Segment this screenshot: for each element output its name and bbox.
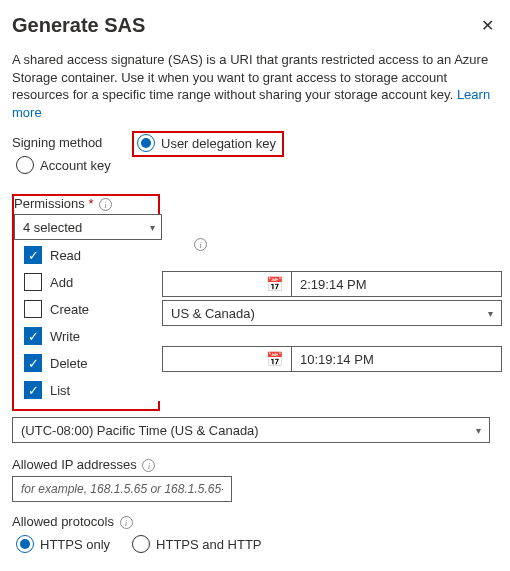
- permissions-select[interactable]: 4 selected ▾: [14, 214, 162, 240]
- required-asterisk: *: [88, 196, 93, 211]
- permission-option-list[interactable]: ✓ List: [14, 381, 162, 399]
- signing-account-key-radio[interactable]: Account key: [12, 154, 115, 176]
- end-timezone-value: (UTC-08:00) Pacific Time (US & Canada): [21, 423, 259, 438]
- description: A shared access signature (SAS) is a URI…: [12, 51, 498, 121]
- info-icon[interactable]: i: [142, 459, 155, 472]
- chevron-down-icon: ▾: [488, 308, 493, 319]
- chevron-down-icon: ▾: [150, 222, 155, 233]
- signing-account-key-label: Account key: [40, 158, 111, 173]
- permissions-dropdown: ✓ Read Add Create ✓ Write ✓ Delete ✓ Lis: [14, 240, 162, 401]
- permission-option-label: Delete: [50, 356, 88, 371]
- start-timezone-value: US & Canada): [171, 306, 255, 321]
- protocol-https-and-http-label: HTTPS and HTTP: [156, 537, 261, 552]
- permission-option-delete[interactable]: ✓ Delete: [14, 354, 162, 372]
- checkbox-icon: ✓: [24, 327, 42, 345]
- start-time-value: 2:19:14 PM: [300, 277, 367, 292]
- end-time-input[interactable]: 10:19:14 PM: [292, 346, 502, 372]
- allowed-protocols-label: Allowed protocols: [12, 514, 114, 529]
- close-icon[interactable]: ✕: [477, 14, 498, 37]
- permission-option-label: Create: [50, 302, 89, 317]
- permission-option-create[interactable]: Create: [14, 300, 162, 318]
- permissions-highlight: Permissions * i 4 selected ▾ ✓ Read Add …: [12, 194, 160, 411]
- permission-option-label: Write: [50, 329, 80, 344]
- signing-user-delegation-label: User delegation key: [161, 136, 276, 151]
- info-icon[interactable]: i: [120, 516, 133, 529]
- end-time-value: 10:19:14 PM: [300, 352, 374, 367]
- permission-option-write[interactable]: ✓ Write: [14, 327, 162, 345]
- checkbox-icon: ✓: [24, 246, 42, 264]
- start-time-input[interactable]: 2:19:14 PM: [292, 271, 502, 297]
- calendar-icon: 📅: [266, 351, 283, 367]
- panel-title: Generate SAS: [12, 14, 145, 37]
- checkbox-icon: [24, 273, 42, 291]
- info-icon[interactable]: i: [194, 238, 207, 251]
- start-date-input[interactable]: 📅: [162, 271, 292, 297]
- protocol-https-and-http-radio[interactable]: HTTPS and HTTP: [128, 533, 265, 555]
- start-timezone-select[interactable]: US & Canada) ▾: [162, 300, 502, 326]
- calendar-icon: 📅: [266, 276, 283, 292]
- permission-option-label: Read: [50, 248, 81, 263]
- info-icon[interactable]: i: [99, 198, 112, 211]
- signing-user-delegation-radio[interactable]: User delegation key: [132, 131, 284, 157]
- start-datetime-row: 📅 2:19:14 PM: [162, 271, 502, 297]
- end-timezone-select[interactable]: (UTC-08:00) Pacific Time (US & Canada) ▾: [12, 417, 490, 443]
- checkbox-icon: ✓: [24, 354, 42, 372]
- protocol-https-only-radio[interactable]: HTTPS only: [12, 533, 114, 555]
- allowed-ip-label: Allowed IP addresses: [12, 457, 137, 472]
- allowed-ip-input[interactable]: [12, 476, 232, 502]
- end-date-input[interactable]: 📅: [162, 346, 292, 372]
- end-datetime-row: 📅 10:19:14 PM: [162, 346, 502, 372]
- permissions-label: Permissions: [14, 196, 85, 211]
- permission-option-label: List: [50, 383, 70, 398]
- permission-option-label: Add: [50, 275, 73, 290]
- permission-option-read[interactable]: ✓ Read: [14, 246, 162, 264]
- chevron-down-icon: ▾: [476, 425, 481, 436]
- permission-option-add[interactable]: Add: [14, 273, 162, 291]
- protocol-https-only-label: HTTPS only: [40, 537, 110, 552]
- permissions-selected-text: 4 selected: [23, 220, 82, 235]
- description-text: A shared access signature (SAS) is a URI…: [12, 52, 488, 102]
- checkbox-icon: ✓: [24, 381, 42, 399]
- checkbox-icon: [24, 300, 42, 318]
